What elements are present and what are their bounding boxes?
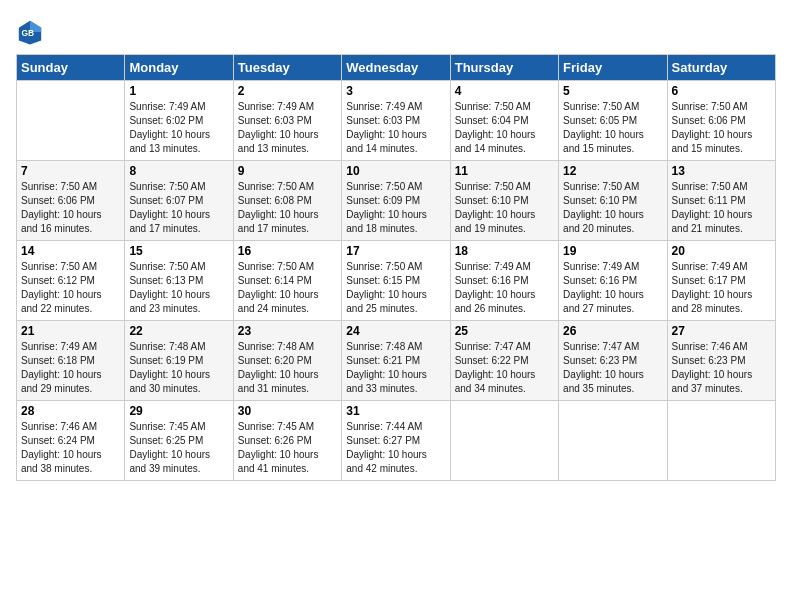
day-number: 27 xyxy=(672,324,771,338)
day-info: Sunrise: 7:50 AM Sunset: 6:04 PM Dayligh… xyxy=(455,100,554,156)
calendar-cell: 29Sunrise: 7:45 AM Sunset: 6:25 PM Dayli… xyxy=(125,401,233,481)
calendar-cell: 8Sunrise: 7:50 AM Sunset: 6:07 PM Daylig… xyxy=(125,161,233,241)
day-info: Sunrise: 7:45 AM Sunset: 6:26 PM Dayligh… xyxy=(238,420,337,476)
weekday-header-thursday: Thursday xyxy=(450,55,558,81)
calendar-cell: 15Sunrise: 7:50 AM Sunset: 6:13 PM Dayli… xyxy=(125,241,233,321)
calendar-cell: 20Sunrise: 7:49 AM Sunset: 6:17 PM Dayli… xyxy=(667,241,775,321)
day-number: 23 xyxy=(238,324,337,338)
day-number: 1 xyxy=(129,84,228,98)
weekday-header-saturday: Saturday xyxy=(667,55,775,81)
calendar-cell xyxy=(450,401,558,481)
day-info: Sunrise: 7:49 AM Sunset: 6:16 PM Dayligh… xyxy=(455,260,554,316)
day-number: 28 xyxy=(21,404,120,418)
day-info: Sunrise: 7:49 AM Sunset: 6:16 PM Dayligh… xyxy=(563,260,662,316)
general-blue-logo-icon: GB xyxy=(16,18,44,46)
day-number: 11 xyxy=(455,164,554,178)
calendar-week-row: 1Sunrise: 7:49 AM Sunset: 6:02 PM Daylig… xyxy=(17,81,776,161)
day-info: Sunrise: 7:50 AM Sunset: 6:08 PM Dayligh… xyxy=(238,180,337,236)
day-number: 20 xyxy=(672,244,771,258)
day-number: 16 xyxy=(238,244,337,258)
day-number: 24 xyxy=(346,324,445,338)
calendar-cell: 13Sunrise: 7:50 AM Sunset: 6:11 PM Dayli… xyxy=(667,161,775,241)
day-number: 15 xyxy=(129,244,228,258)
day-info: Sunrise: 7:47 AM Sunset: 6:22 PM Dayligh… xyxy=(455,340,554,396)
calendar-cell: 27Sunrise: 7:46 AM Sunset: 6:23 PM Dayli… xyxy=(667,321,775,401)
calendar-cell: 25Sunrise: 7:47 AM Sunset: 6:22 PM Dayli… xyxy=(450,321,558,401)
day-number: 14 xyxy=(21,244,120,258)
day-number: 9 xyxy=(238,164,337,178)
calendar-cell: 24Sunrise: 7:48 AM Sunset: 6:21 PM Dayli… xyxy=(342,321,450,401)
day-number: 4 xyxy=(455,84,554,98)
day-info: Sunrise: 7:50 AM Sunset: 6:09 PM Dayligh… xyxy=(346,180,445,236)
calendar-week-row: 7Sunrise: 7:50 AM Sunset: 6:06 PM Daylig… xyxy=(17,161,776,241)
weekday-header-wednesday: Wednesday xyxy=(342,55,450,81)
day-info: Sunrise: 7:49 AM Sunset: 6:18 PM Dayligh… xyxy=(21,340,120,396)
day-number: 29 xyxy=(129,404,228,418)
day-info: Sunrise: 7:46 AM Sunset: 6:23 PM Dayligh… xyxy=(672,340,771,396)
day-number: 25 xyxy=(455,324,554,338)
day-number: 30 xyxy=(238,404,337,418)
day-info: Sunrise: 7:49 AM Sunset: 6:02 PM Dayligh… xyxy=(129,100,228,156)
day-info: Sunrise: 7:50 AM Sunset: 6:14 PM Dayligh… xyxy=(238,260,337,316)
weekday-header-sunday: Sunday xyxy=(17,55,125,81)
calendar-cell: 28Sunrise: 7:46 AM Sunset: 6:24 PM Dayli… xyxy=(17,401,125,481)
calendar-cell: 14Sunrise: 7:50 AM Sunset: 6:12 PM Dayli… xyxy=(17,241,125,321)
calendar-cell: 30Sunrise: 7:45 AM Sunset: 6:26 PM Dayli… xyxy=(233,401,341,481)
day-info: Sunrise: 7:50 AM Sunset: 6:10 PM Dayligh… xyxy=(563,180,662,236)
day-number: 19 xyxy=(563,244,662,258)
day-number: 12 xyxy=(563,164,662,178)
day-info: Sunrise: 7:50 AM Sunset: 6:10 PM Dayligh… xyxy=(455,180,554,236)
day-info: Sunrise: 7:50 AM Sunset: 6:06 PM Dayligh… xyxy=(672,100,771,156)
day-info: Sunrise: 7:50 AM Sunset: 6:07 PM Dayligh… xyxy=(129,180,228,236)
calendar-cell: 2Sunrise: 7:49 AM Sunset: 6:03 PM Daylig… xyxy=(233,81,341,161)
calendar-cell xyxy=(667,401,775,481)
day-number: 18 xyxy=(455,244,554,258)
day-info: Sunrise: 7:45 AM Sunset: 6:25 PM Dayligh… xyxy=(129,420,228,476)
calendar-table: SundayMondayTuesdayWednesdayThursdayFrid… xyxy=(16,54,776,481)
day-number: 31 xyxy=(346,404,445,418)
day-info: Sunrise: 7:49 AM Sunset: 6:17 PM Dayligh… xyxy=(672,260,771,316)
day-info: Sunrise: 7:50 AM Sunset: 6:06 PM Dayligh… xyxy=(21,180,120,236)
day-number: 26 xyxy=(563,324,662,338)
calendar-cell: 1Sunrise: 7:49 AM Sunset: 6:02 PM Daylig… xyxy=(125,81,233,161)
calendar-week-row: 14Sunrise: 7:50 AM Sunset: 6:12 PM Dayli… xyxy=(17,241,776,321)
calendar-cell: 11Sunrise: 7:50 AM Sunset: 6:10 PM Dayli… xyxy=(450,161,558,241)
day-info: Sunrise: 7:50 AM Sunset: 6:13 PM Dayligh… xyxy=(129,260,228,316)
day-number: 13 xyxy=(672,164,771,178)
day-number: 5 xyxy=(563,84,662,98)
calendar-cell: 31Sunrise: 7:44 AM Sunset: 6:27 PM Dayli… xyxy=(342,401,450,481)
weekday-header-friday: Friday xyxy=(559,55,667,81)
day-info: Sunrise: 7:48 AM Sunset: 6:21 PM Dayligh… xyxy=(346,340,445,396)
day-info: Sunrise: 7:49 AM Sunset: 6:03 PM Dayligh… xyxy=(346,100,445,156)
calendar-cell: 3Sunrise: 7:49 AM Sunset: 6:03 PM Daylig… xyxy=(342,81,450,161)
day-info: Sunrise: 7:48 AM Sunset: 6:20 PM Dayligh… xyxy=(238,340,337,396)
day-info: Sunrise: 7:44 AM Sunset: 6:27 PM Dayligh… xyxy=(346,420,445,476)
calendar-cell: 5Sunrise: 7:50 AM Sunset: 6:05 PM Daylig… xyxy=(559,81,667,161)
calendar-cell: 6Sunrise: 7:50 AM Sunset: 6:06 PM Daylig… xyxy=(667,81,775,161)
weekday-header-row: SundayMondayTuesdayWednesdayThursdayFrid… xyxy=(17,55,776,81)
calendar-week-row: 28Sunrise: 7:46 AM Sunset: 6:24 PM Dayli… xyxy=(17,401,776,481)
day-number: 21 xyxy=(21,324,120,338)
weekday-header-monday: Monday xyxy=(125,55,233,81)
calendar-cell: 23Sunrise: 7:48 AM Sunset: 6:20 PM Dayli… xyxy=(233,321,341,401)
day-info: Sunrise: 7:50 AM Sunset: 6:05 PM Dayligh… xyxy=(563,100,662,156)
day-info: Sunrise: 7:50 AM Sunset: 6:15 PM Dayligh… xyxy=(346,260,445,316)
day-number: 8 xyxy=(129,164,228,178)
day-number: 10 xyxy=(346,164,445,178)
day-info: Sunrise: 7:48 AM Sunset: 6:19 PM Dayligh… xyxy=(129,340,228,396)
top-row: GB xyxy=(16,16,776,46)
calendar-week-row: 21Sunrise: 7:49 AM Sunset: 6:18 PM Dayli… xyxy=(17,321,776,401)
calendar-cell: 9Sunrise: 7:50 AM Sunset: 6:08 PM Daylig… xyxy=(233,161,341,241)
day-number: 6 xyxy=(672,84,771,98)
calendar-cell: 10Sunrise: 7:50 AM Sunset: 6:09 PM Dayli… xyxy=(342,161,450,241)
svg-text:GB: GB xyxy=(22,28,35,38)
day-number: 2 xyxy=(238,84,337,98)
calendar-cell xyxy=(17,81,125,161)
calendar-cell: 16Sunrise: 7:50 AM Sunset: 6:14 PM Dayli… xyxy=(233,241,341,321)
day-info: Sunrise: 7:47 AM Sunset: 6:23 PM Dayligh… xyxy=(563,340,662,396)
calendar-cell: 17Sunrise: 7:50 AM Sunset: 6:15 PM Dayli… xyxy=(342,241,450,321)
calendar-cell xyxy=(559,401,667,481)
calendar-cell: 12Sunrise: 7:50 AM Sunset: 6:10 PM Dayli… xyxy=(559,161,667,241)
calendar-cell: 18Sunrise: 7:49 AM Sunset: 6:16 PM Dayli… xyxy=(450,241,558,321)
day-number: 22 xyxy=(129,324,228,338)
